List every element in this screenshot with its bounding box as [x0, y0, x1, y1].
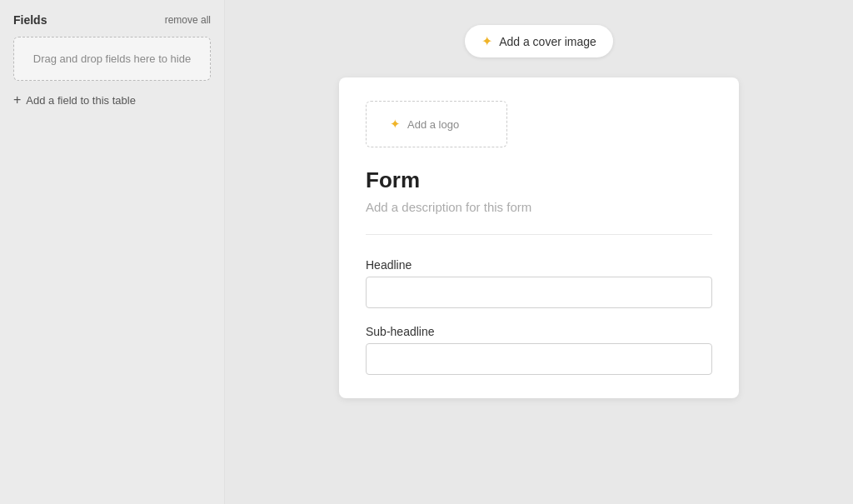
form-divider	[366, 234, 712, 235]
add-logo-label: Add a logo	[407, 118, 459, 131]
form-description: Add a description for this form	[366, 200, 712, 214]
star-icon: ✦	[390, 117, 401, 132]
headline-input[interactable]	[366, 277, 712, 308]
form-title: Form	[366, 167, 712, 193]
field-group-headline: Headline	[366, 258, 712, 308]
add-logo-button[interactable]: ✦ Add a logo	[366, 101, 507, 147]
drag-drop-zone[interactable]: Drag and drop fields here to hide	[13, 37, 211, 81]
main-content: ✦ Add a cover image ✦ Add a logo Form Ad…	[225, 0, 853, 504]
sidebar-title: Fields	[13, 13, 47, 27]
plus-icon: +	[13, 92, 21, 107]
cover-image-label: Add a cover image	[499, 35, 596, 48]
sidebar: Fields remove all Drag and drop fields h…	[0, 0, 225, 504]
sidebar-header: Fields remove all	[13, 13, 211, 27]
logo-area: ✦ Add a logo	[366, 101, 712, 147]
add-field-label: Add a field to this table	[26, 94, 136, 107]
form-fields: Headline Sub-headline	[366, 258, 712, 375]
add-field-button[interactable]: + Add a field to this table	[13, 91, 211, 109]
remove-all-button[interactable]: remove all	[165, 14, 211, 26]
headline-label: Headline	[366, 258, 712, 272]
add-cover-image-button[interactable]: ✦ Add a cover image	[465, 25, 613, 57]
field-group-subheadline: Sub-headline	[366, 325, 712, 375]
star-icon: ✦	[481, 33, 492, 49]
form-card: ✦ Add a logo Form Add a description for …	[339, 77, 739, 398]
subheadline-label: Sub-headline	[366, 325, 712, 338]
subheadline-input[interactable]	[366, 343, 712, 375]
